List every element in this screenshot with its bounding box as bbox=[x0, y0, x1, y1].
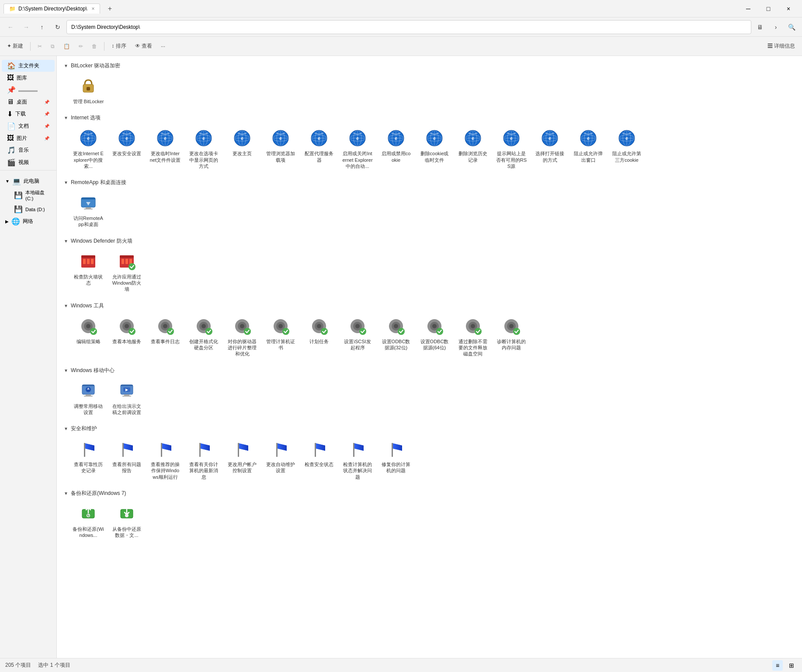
new-tab-btn[interactable]: + bbox=[104, 3, 116, 15]
list-item[interactable]: 调整常用移动设置 bbox=[71, 379, 106, 418]
view-icon-btn[interactable]: ≡ bbox=[772, 660, 783, 671]
list-item[interactable]: 查看推荐的操作保持Windows顺利运行 bbox=[148, 437, 183, 482]
cut-btn[interactable]: ✂ bbox=[34, 39, 45, 53]
svg-rect-190 bbox=[395, 331, 397, 333]
section-header-internet_options[interactable]: ▼ Internet 选项 bbox=[64, 111, 795, 124]
list-item[interactable]: 设置ODBC数据源(64位) bbox=[417, 314, 452, 359]
list-item[interactable]: 设置ODBC数据源(32位) bbox=[378, 314, 413, 359]
sort-btn[interactable]: ↕ 排序 bbox=[108, 39, 129, 53]
list-item[interactable]: 检查计算机的状态并解决问题 bbox=[340, 437, 375, 482]
tab-close-btn[interactable]: × bbox=[91, 6, 94, 12]
section-header-security_maintenance[interactable]: ▼ 安全和维护 bbox=[64, 422, 795, 435]
sidebar-item-c-drive[interactable]: 💾 本地磁盘 (C:) bbox=[2, 188, 55, 203]
list-item[interactable]: 设置iSCSI发起程序 bbox=[340, 314, 375, 359]
new-btn[interactable]: ✦ 新建 bbox=[3, 39, 27, 53]
list-item[interactable]: e 删除浏览历史记录 bbox=[455, 126, 490, 171]
list-item[interactable]: e 阻止或允许弹出窗口 bbox=[571, 126, 606, 171]
list-item[interactable]: e 更改在选项卡中显示网页的方式 bbox=[186, 126, 221, 171]
list-item[interactable]: e 选择打开链接的方式 bbox=[532, 126, 567, 171]
list-item[interactable]: e 启用或关闭Internet Explorer中的自动... bbox=[340, 126, 375, 171]
list-item[interactable]: 从备份中还原数据・文... bbox=[109, 501, 144, 540]
copy-btn[interactable]: ⧉ bbox=[47, 39, 58, 53]
maximize-btn[interactable]: □ bbox=[758, 2, 778, 16]
svg-rect-144 bbox=[170, 325, 172, 327]
list-item[interactable]: 允许应用通过Windows防火墙 bbox=[109, 249, 144, 294]
sidebar-item-home[interactable]: 🏠 主文件夹 bbox=[2, 60, 55, 72]
list-item[interactable]: 查看事件日志 bbox=[148, 314, 183, 359]
list-item[interactable]: 修复你的计算机的问题 bbox=[378, 437, 413, 482]
list-item[interactable]: 检查安全状态 bbox=[302, 437, 337, 482]
sidebar-item-music[interactable]: 🎵 音乐 bbox=[2, 144, 55, 156]
list-item[interactable]: e 提示网站上是否有可用的RSS源 bbox=[494, 126, 529, 171]
list-item[interactable]: e 配置代理服务器 bbox=[302, 126, 337, 171]
search-btn[interactable]: 🔍 bbox=[785, 20, 799, 34]
sidebar-item-documents[interactable]: 📄 文档 📌 bbox=[2, 120, 55, 132]
section-header-firewall[interactable]: ▼ Windows Defender 防火墙 bbox=[64, 235, 795, 247]
more-btn[interactable]: ··· bbox=[157, 39, 169, 53]
address-input[interactable] bbox=[66, 20, 751, 34]
list-item[interactable]: ↻ 备份和还原(Windows... bbox=[71, 501, 106, 540]
sidebar-item-downloads[interactable]: ⬇ 下载 📌 bbox=[2, 108, 55, 120]
view-grid-btn[interactable]: ⊞ bbox=[786, 660, 797, 671]
list-item[interactable]: 计划任务 bbox=[302, 314, 337, 359]
view-btn[interactable]: 👁 查看 bbox=[132, 39, 156, 53]
list-item[interactable]: 管理 BitLocker bbox=[71, 74, 106, 106]
back-btn[interactable]: ← bbox=[3, 20, 17, 34]
section-header-mobility_center[interactable]: ▼ Windows 移动中心 bbox=[64, 364, 795, 377]
list-item[interactable]: 对你的驱动器进行碎片整理和优化 bbox=[225, 314, 260, 359]
list-item[interactable]: e 阻止或允许第三方cookie bbox=[609, 126, 644, 171]
list-item[interactable]: 编辑组策略 bbox=[71, 314, 106, 359]
item-icon-windows_tools-2 bbox=[155, 316, 176, 337]
more-options-btn[interactable]: › bbox=[769, 20, 783, 34]
minimize-btn[interactable]: ─ bbox=[738, 2, 758, 16]
delete-btn[interactable]: 🗑 bbox=[88, 39, 101, 53]
up-btn[interactable]: ↑ bbox=[35, 20, 49, 34]
view-mode-btn[interactable]: 🖥 bbox=[753, 20, 767, 34]
sidebar-item-desktop[interactable]: 🖥 桌面 📌 bbox=[2, 96, 55, 108]
list-item[interactable]: e 更改临时Internet文件件设置 bbox=[148, 126, 183, 171]
list-item[interactable]: 查看有关你计算机的最新消息 bbox=[186, 437, 221, 482]
list-item[interactable]: e 更改Internet Explorer中的搜索... bbox=[71, 126, 106, 171]
rename-btn[interactable]: ✏ bbox=[75, 39, 87, 53]
list-item[interactable]: 更改用户帐户控制设置 bbox=[225, 437, 260, 482]
this-pc-header[interactable]: ▼ 💻 此电脑 bbox=[0, 175, 56, 187]
list-item[interactable]: 检查防火墙状态 bbox=[71, 249, 106, 294]
list-item[interactable]: e 管理浏览器加载项 bbox=[263, 126, 298, 171]
sidebar-item-d-drive[interactable]: 💾 Data (D:) bbox=[2, 203, 55, 215]
close-btn[interactable]: × bbox=[778, 2, 799, 16]
section-header-backup_restore[interactable]: ▼ 备份和还原(Windows 7) bbox=[64, 487, 795, 500]
detail-info-btn[interactable]: ☰ 详细信息 bbox=[764, 39, 799, 53]
list-item[interactable]: 更改自动维护设置 bbox=[263, 437, 298, 482]
list-item[interactable]: 通过删除不需要的文件释放磁盘空间 bbox=[455, 314, 490, 359]
network-header[interactable]: ▶ 🌐 网络 bbox=[0, 216, 56, 227]
sidebar-item-pinned[interactable]: 📌 ▬▬▬▬ bbox=[2, 84, 55, 96]
item-label-windows_tools-8: 设置ODBC数据源(32位) bbox=[380, 338, 412, 351]
section-header-remoteapp[interactable]: ▼ RemoteApp 和桌面连接 bbox=[64, 176, 795, 189]
paste-btn[interactable]: 📋 bbox=[60, 39, 73, 53]
list-item[interactable]: 管理计算机证书 bbox=[263, 314, 298, 359]
list-item[interactable]: 诊断计算机的内存问题 bbox=[494, 314, 529, 359]
sidebar-item-pictures[interactable]: 🖼 图片 📌 bbox=[2, 132, 55, 144]
list-item[interactable]: 查看可靠性历史记录 bbox=[71, 437, 106, 482]
content-area: ▼ BitLocker 驱动器加密 管理 BitLocker ▼ Interne… bbox=[57, 56, 802, 658]
svg-point-148 bbox=[201, 324, 206, 328]
list-item[interactable]: 查看所有问题报告 bbox=[109, 437, 144, 482]
svg-rect-198 bbox=[434, 331, 435, 333]
list-item[interactable]: e 删除cookie或临时文件 bbox=[417, 126, 452, 171]
svg-point-260 bbox=[125, 514, 128, 517]
section-header-windows_tools[interactable]: ▼ Windows 工具 bbox=[64, 299, 795, 312]
list-item[interactable]: 创建开格式化硬盘分区 bbox=[186, 314, 221, 359]
list-item[interactable]: e 启用或禁用cookie bbox=[378, 126, 413, 171]
refresh-btn[interactable]: ↻ bbox=[51, 20, 65, 34]
section-header-bitlocker[interactable]: ▼ BitLocker 驱动器加密 bbox=[64, 59, 795, 72]
list-item[interactable]: ▶ 在给出演示文稿之前调设置 bbox=[109, 379, 144, 418]
sidebar-item-videos[interactable]: 🎬 视频 bbox=[2, 157, 55, 168]
list-item[interactable]: 查看本地服务 bbox=[109, 314, 144, 359]
pictures-pin-icon: 📌 bbox=[44, 136, 49, 141]
forward-btn[interactable]: → bbox=[19, 20, 33, 34]
sidebar-item-gallery[interactable]: 🖼 图库 bbox=[2, 72, 55, 84]
list-item[interactable]: 访问RemoteApp和桌面 bbox=[71, 191, 106, 230]
current-tab[interactable]: 📁 D:\System Directory\Desktop\ × bbox=[3, 3, 100, 14]
list-item[interactable]: e 更改安全设置 bbox=[109, 126, 144, 171]
list-item[interactable]: e 更改主页 bbox=[225, 126, 260, 171]
